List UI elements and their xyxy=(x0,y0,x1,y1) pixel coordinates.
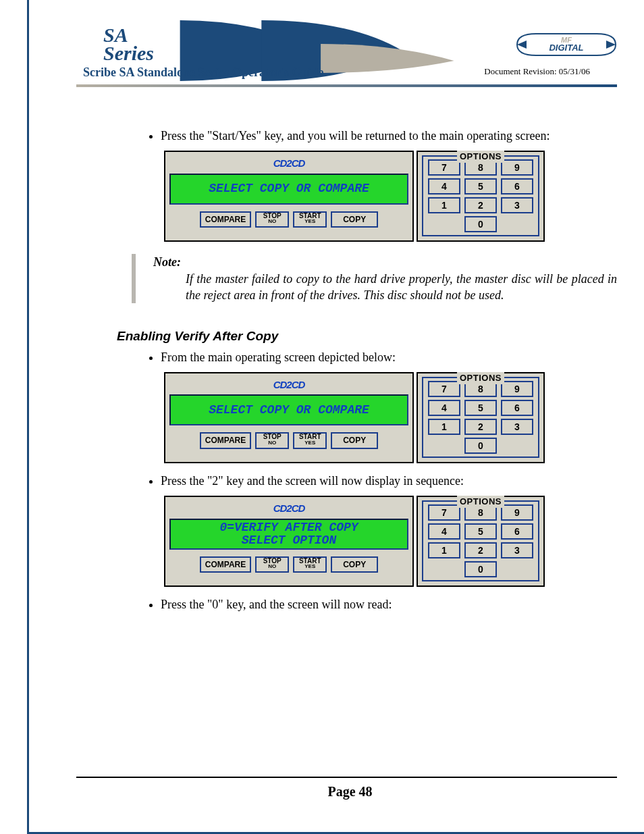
cd2cd-label: CD2CD xyxy=(169,155,408,171)
guide-title: Scribe SA Standalone Series Operator's G… xyxy=(83,66,324,80)
copy-button[interactable]: COPY xyxy=(331,432,378,448)
key-9[interactable]: 9 xyxy=(501,159,533,176)
stop-no-button[interactable]: STOPNO xyxy=(255,432,289,448)
bullet-text: Press the "2" key and the screen will no… xyxy=(161,473,617,489)
key-6[interactable]: 6 xyxy=(501,400,533,416)
key-4[interactable]: 4 xyxy=(428,400,460,416)
start-yes-button[interactable]: STARTYES xyxy=(293,556,327,573)
keypad-frame: 789 456 123 0 xyxy=(422,377,539,458)
key-0[interactable]: 0 xyxy=(464,438,497,454)
bullet-text: Press the "Start/Yes" key, and you will … xyxy=(161,128,617,144)
start-yes-button[interactable]: STARTYES xyxy=(293,432,327,448)
key-3[interactable]: 3 xyxy=(501,197,533,213)
key-6[interactable]: 6 xyxy=(501,178,533,194)
key-9[interactable]: 9 xyxy=(501,381,533,397)
lcd-line-2: SELECT OPTION xyxy=(242,534,336,547)
key-2[interactable]: 2 xyxy=(464,419,497,435)
cd2cd-label: CD2CD xyxy=(169,500,408,516)
key-3[interactable]: 3 xyxy=(501,419,533,435)
lcd-line-1: 0=VERIFY AFTER COPY xyxy=(219,521,358,534)
lcd-line-1: SELECT COPY OR COMPARE xyxy=(209,182,369,195)
page-frame: SA Series MF DIGITAL Scribe SA Standalon… xyxy=(27,0,644,834)
lcd-line-1: SELECT COPY OR COMPARE xyxy=(209,404,369,417)
key-7[interactable]: 7 xyxy=(428,504,460,521)
header-banner: SA Series MF DIGITAL Scribe SA Standalon… xyxy=(76,20,617,81)
compare-button[interactable]: COMPARE xyxy=(200,432,251,448)
mf-digital-logo: MF DIGITAL xyxy=(516,32,617,57)
key-5[interactable]: 5 xyxy=(464,178,497,194)
copy-button[interactable]: COPY xyxy=(331,556,378,573)
key-3[interactable]: 3 xyxy=(501,542,533,558)
note-bar xyxy=(132,254,136,303)
keypad-frame: 789 456 123 0 xyxy=(422,500,539,581)
stop-no-button[interactable]: STOPNO xyxy=(255,556,289,573)
note-block: Note: If the master failed to copy to th… xyxy=(137,254,617,303)
bullet-text: Press the "0" key, and the screen will n… xyxy=(161,596,617,613)
key-7[interactable]: 7 xyxy=(428,381,460,397)
device-panel-3: CD2CD 0=VERIFY AFTER COPY SELECT OPTION … xyxy=(164,496,617,587)
lcd-screen: SELECT COPY OR COMPARE xyxy=(169,174,408,205)
copy-button[interactable]: COPY xyxy=(331,211,378,228)
key-1[interactable]: 1 xyxy=(428,197,460,213)
note-label: Note: xyxy=(153,255,181,269)
options-label: OPTIONS xyxy=(457,496,504,508)
body-content: Press the "Start/Yes" key, and you will … xyxy=(76,128,617,613)
revision-line: Document Revision: 05/31/06 xyxy=(484,66,590,77)
cd2cd-label: CD2CD xyxy=(169,376,408,392)
key-1[interactable]: 1 xyxy=(428,542,460,558)
key-6[interactable]: 6 xyxy=(501,523,533,540)
key-9[interactable]: 9 xyxy=(501,504,533,521)
key-1[interactable]: 1 xyxy=(428,419,460,435)
key-4[interactable]: 4 xyxy=(428,523,460,540)
key-4[interactable]: 4 xyxy=(428,178,460,194)
svg-text:DIGITAL: DIGITAL xyxy=(549,43,583,53)
section-heading: Enabling Verify After Copy xyxy=(117,328,617,345)
sa-series-logo: SA Series xyxy=(103,26,154,62)
key-0[interactable]: 0 xyxy=(464,216,497,232)
key-5[interactable]: 5 xyxy=(464,523,497,540)
start-yes-button[interactable]: STARTYES xyxy=(293,211,327,228)
keypad-frame: 789 456 123 0 xyxy=(422,155,539,236)
key-7[interactable]: 7 xyxy=(428,159,460,176)
compare-button[interactable]: COMPARE xyxy=(200,556,251,573)
device-panel-2: CD2CD SELECT COPY OR COMPARE COMPARE STO… xyxy=(164,372,617,463)
key-0[interactable]: 0 xyxy=(464,561,497,577)
key-2[interactable]: 2 xyxy=(464,542,497,558)
header-rule xyxy=(76,84,617,87)
key-5[interactable]: 5 xyxy=(464,400,497,416)
options-label: OPTIONS xyxy=(457,151,504,163)
device-panel-1: CD2CD SELECT COPY OR COMPARE COMPARE STO… xyxy=(164,151,617,242)
compare-button[interactable]: COMPARE xyxy=(200,211,251,228)
lcd-screen: 0=VERIFY AFTER COPY SELECT OPTION xyxy=(169,519,408,550)
key-2[interactable]: 2 xyxy=(464,197,497,213)
logo-series-text: Series xyxy=(103,44,154,62)
footer-rule xyxy=(76,777,617,778)
stop-no-button[interactable]: STOPNO xyxy=(255,211,289,228)
options-label: OPTIONS xyxy=(457,372,504,384)
note-text: If the master failed to copy to the hard… xyxy=(186,271,617,304)
logo-sa-text: SA xyxy=(103,26,154,44)
bullet-text: From the main operating screen depicted … xyxy=(161,349,617,365)
lcd-screen: SELECT COPY OR COMPARE xyxy=(169,394,408,425)
page-number: Page 48 xyxy=(29,784,644,800)
